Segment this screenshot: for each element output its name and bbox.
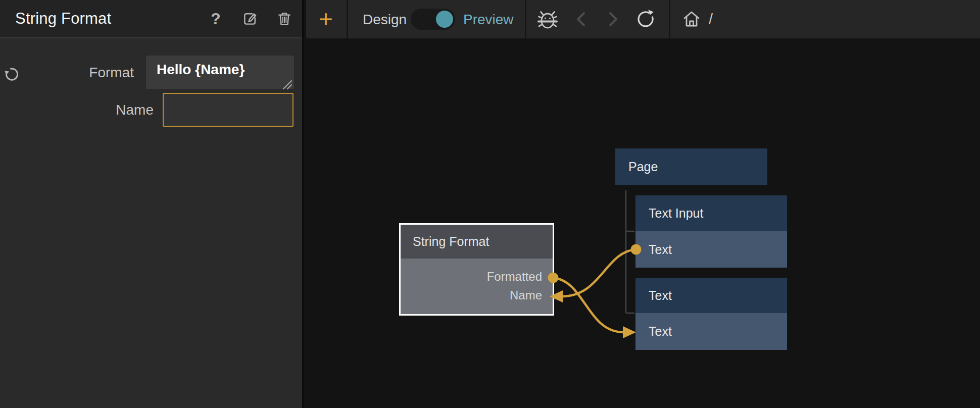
edit-button[interactable] [240, 8, 260, 30]
formatted-output-port[interactable]: Formatted [487, 270, 542, 284]
toolbar-divider [669, 0, 670, 38]
text-node-title: Text [635, 278, 787, 313]
panel-title: String Format [15, 10, 111, 28]
text-input-text-port[interactable]: Text [635, 231, 787, 268]
properties-panel-header: String Format ? [0, 0, 302, 38]
connection-formatted-to-text [553, 278, 624, 332]
connection-arrowhead [623, 326, 636, 338]
text-input-text-port-label: Text [635, 231, 787, 268]
text-text-port[interactable]: Text [635, 313, 787, 350]
toolbar: + Design Preview [306, 0, 980, 38]
name-input[interactable] [163, 93, 293, 127]
toolbar-divider [347, 0, 348, 38]
add-node-button[interactable]: + [310, 0, 341, 38]
format-field-label: Format [0, 65, 134, 81]
name-input-port[interactable]: Name [510, 288, 542, 302]
panel-header-icons: ? [206, 0, 294, 37]
help-icon: ? [211, 11, 221, 27]
name-field-label: Name [0, 102, 154, 118]
bug-icon [536, 8, 559, 31]
tree-connector [626, 190, 634, 313]
page-node-title: Page [615, 148, 767, 185]
home-icon [681, 9, 702, 30]
chevron-right-icon [603, 9, 623, 29]
panel-body: Format Hello {Name} Name [0, 38, 302, 407]
text-text-port-label: Text [635, 313, 787, 350]
connection-textinput-to-name [562, 249, 636, 296]
refresh-icon [634, 8, 657, 30]
design-preview-toggle[interactable] [411, 9, 455, 30]
text-input-node-title: Text Input [635, 195, 787, 231]
string-format-node-title: String Format [401, 225, 553, 259]
properties-panel: String Format ? [0, 0, 304, 408]
navigate-back-button[interactable] [571, 9, 592, 29]
home-button[interactable] [681, 9, 702, 30]
text-input-node[interactable]: Text Input Text [635, 195, 787, 268]
toolbar-divider [525, 0, 526, 38]
debug-button[interactable] [536, 8, 559, 31]
node-canvas[interactable]: Page Text Input Text Text Text String Fo… [306, 38, 980, 408]
app: String Format ? [0, 0, 980, 408]
format-textarea[interactable]: Hello {Name} [146, 56, 294, 89]
delete-button[interactable] [275, 8, 294, 30]
breadcrumb-path: / [709, 11, 713, 28]
plus-icon: + [319, 6, 333, 32]
refresh-button[interactable] [634, 8, 657, 30]
help-button[interactable]: ? [206, 8, 225, 30]
design-mode-label[interactable]: Design [363, 12, 407, 28]
page-node[interactable]: Page [615, 148, 767, 185]
text-node[interactable]: Text Text [635, 278, 787, 350]
preview-mode-label[interactable]: Preview [463, 12, 514, 28]
string-format-node[interactable]: String Format Formatted Name [399, 223, 554, 316]
toggle-knob [436, 11, 453, 28]
edit-icon [241, 10, 259, 28]
chevron-left-icon [571, 9, 592, 29]
trash-icon [275, 10, 293, 28]
navigate-forward-button[interactable] [603, 9, 623, 29]
